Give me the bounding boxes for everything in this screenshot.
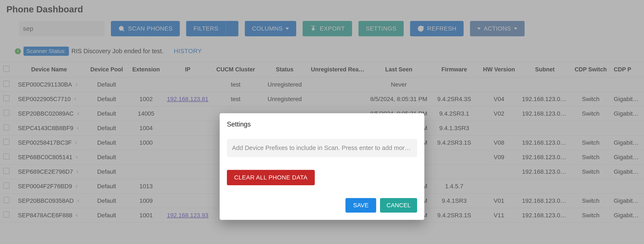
prefix-input[interactable]: Add Device Prefixes to include in Scan. …: [227, 139, 417, 157]
modal-overlay[interactable]: Settings Add Device Prefixes to include …: [0, 0, 644, 244]
cancel-button[interactable]: CANCEL: [380, 198, 417, 213]
clear-all-phone-data-button[interactable]: CLEAR ALL PHONE DATA: [227, 170, 315, 185]
modal-title: Settings: [227, 120, 417, 128]
save-button[interactable]: SAVE: [346, 198, 376, 213]
settings-modal: Settings Add Device Prefixes to include …: [220, 113, 424, 220]
